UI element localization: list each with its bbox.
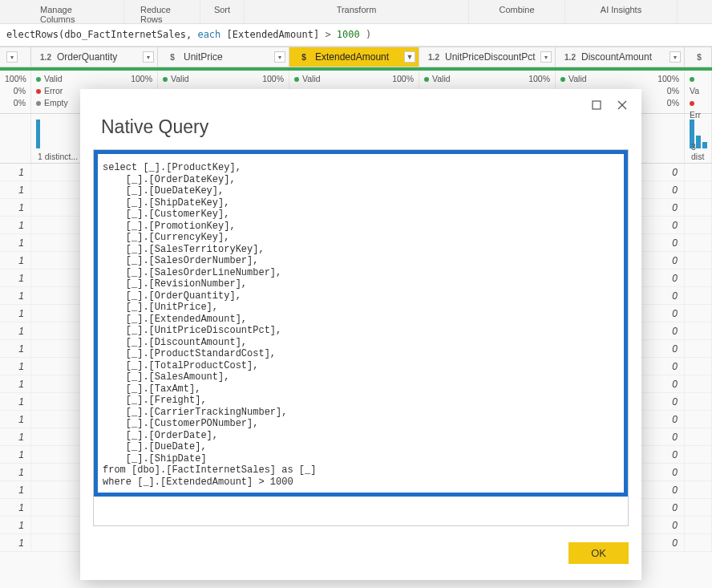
cell: 1 — [0, 181, 31, 198]
quality-cell: 100% 0% 0% — [0, 71, 31, 113]
column-header-unitprice[interactable]: $ UnitPrice ▾ — [158, 47, 289, 67]
dist-cell — [0, 114, 31, 163]
formula-keyword-each: each — [197, 29, 220, 40]
formula-prefix: electRows(dbo_FactInternetSales, — [6, 29, 197, 40]
svg-rect-3 — [593, 101, 601, 109]
cell: 1 — [0, 534, 31, 551]
native-query-sql: select [_].[ProductKey], [_].[OrderDateK… — [103, 162, 619, 488]
ribbon-groups-bar: Manage Columns Reduce Rows Sort Transfor… — [0, 0, 712, 24]
ribbon-group-transform[interactable]: Transform — [245, 0, 469, 23]
type-number-icon: 1.2 — [38, 53, 54, 62]
cell: 1 — [0, 411, 31, 428]
column-headers-row: ▾ 1.2 OrderQuantity ▾ $ UnitPrice ▾ $ Ex… — [0, 47, 712, 67]
ribbon-group-combine[interactable]: Combine — [469, 0, 565, 23]
column-header-discountamount[interactable]: 1.2 DiscountAmount ▾ — [556, 47, 685, 67]
cell: 1 — [0, 270, 31, 286]
cell — [685, 428, 712, 445]
distribution-bar-icon — [36, 120, 40, 148]
chevron-down-icon[interactable]: ▾ — [670, 51, 681, 63]
column-name: OrderQuantity — [57, 51, 140, 63]
cell — [685, 464, 712, 481]
native-query-dialog: Native Query select [_].[ProductKey], [_… — [80, 89, 641, 580]
cell: 1 — [0, 393, 31, 410]
chevron-down-icon[interactable]: ▾ — [274, 51, 285, 63]
dist-cell: 3 dist — [685, 114, 712, 163]
distinct-count-label: 1 distinct... — [38, 152, 78, 161]
formula-bar[interactable]: electRows(dbo_FactInternetSales, each [E… — [0, 24, 712, 47]
cell — [685, 199, 712, 216]
chevron-down-icon[interactable]: ▾ — [143, 51, 154, 63]
ok-button[interactable]: OK — [568, 542, 629, 564]
column-header-orderquantity[interactable]: 1.2 OrderQuantity ▾ — [31, 47, 158, 67]
dialog-body-textbox[interactable]: select [_].[ProductKey], [_].[OrderDateK… — [93, 149, 629, 526]
close-icon[interactable] — [616, 99, 629, 112]
column-name: UnitPrice — [184, 51, 271, 63]
distinct-count-label: 3 dist — [691, 142, 711, 161]
cell: 1 — [0, 428, 31, 445]
cell — [685, 270, 712, 286]
type-number-icon: 1.2 — [426, 53, 442, 62]
cell: 1 — [0, 322, 31, 339]
column-header-pr[interactable]: $ Pr — [685, 47, 712, 67]
type-number-icon: 1.2 — [562, 53, 578, 62]
column-header-unitpricediscountpct[interactable]: 1.2 UnitPriceDiscountPct ▾ — [419, 47, 556, 67]
cell: 1 — [0, 164, 31, 180]
type-currency-icon: $ — [164, 53, 180, 62]
cell — [685, 446, 712, 463]
ribbon-group-rows[interactable]: Reduce Rows — [124, 0, 200, 23]
cell: 1 — [0, 464, 31, 481]
cell — [685, 305, 712, 322]
cell: 1 — [0, 517, 31, 533]
dialog-title: Native Query — [101, 116, 629, 138]
cell — [685, 393, 712, 410]
cell: 1 — [0, 287, 31, 304]
cell: 1 — [0, 234, 31, 251]
cell — [685, 217, 712, 233]
ribbon-group-sort[interactable]: Sort — [200, 0, 245, 23]
cell — [685, 322, 712, 339]
cell: 1 — [0, 481, 31, 498]
maximize-icon[interactable] — [590, 99, 603, 112]
quality-cell: Va Err — [685, 71, 712, 113]
cell — [685, 411, 712, 428]
cell — [685, 481, 712, 498]
ribbon-group-columns[interactable]: Manage Columns — [24, 0, 124, 23]
cell: 1 — [0, 199, 31, 216]
cell: 1 — [0, 358, 31, 375]
chevron-down-icon[interactable]: ▾ — [6, 51, 18, 63]
cell — [685, 358, 712, 375]
cell: 1 — [0, 340, 31, 357]
cell: 1 — [0, 375, 31, 392]
cell — [685, 517, 712, 533]
cell — [685, 164, 712, 180]
formula-number: 1000 — [337, 29, 360, 40]
column-name: ExtendedAmount — [315, 51, 403, 63]
type-currency-icon: $ — [296, 53, 312, 62]
filter-icon[interactable]: ▼ — [404, 51, 415, 63]
cell — [685, 234, 712, 251]
column-header-left-edge[interactable]: ▾ — [0, 47, 31, 67]
cell — [685, 375, 712, 392]
cell: 1 — [0, 499, 31, 516]
cell: 1 — [0, 217, 31, 233]
cell: 1 — [0, 305, 31, 322]
cell — [685, 252, 712, 269]
cell — [685, 499, 712, 516]
cell — [685, 534, 712, 551]
cell — [685, 287, 712, 304]
cell: 1 — [0, 252, 31, 269]
ribbon-group-ai[interactable]: AI Insights — [565, 0, 678, 23]
cell — [685, 181, 712, 198]
formula-operator: > — [325, 29, 336, 40]
column-name: UnitPriceDiscountPct — [445, 51, 537, 63]
type-currency-icon: $ — [691, 53, 707, 62]
cell: 1 — [0, 446, 31, 463]
column-header-extendedamount[interactable]: $ ExtendedAmount ▼ — [289, 47, 419, 67]
formula-column-ref: [ExtendedAmount] — [227, 29, 320, 40]
formula-suffix: ) — [366, 29, 371, 40]
cell — [685, 340, 712, 357]
column-name: DiscountAmount — [581, 51, 666, 63]
sql-highlight-box: select [_].[ProductKey], [_].[OrderDateK… — [94, 150, 628, 497]
chevron-down-icon[interactable]: ▾ — [540, 51, 552, 63]
